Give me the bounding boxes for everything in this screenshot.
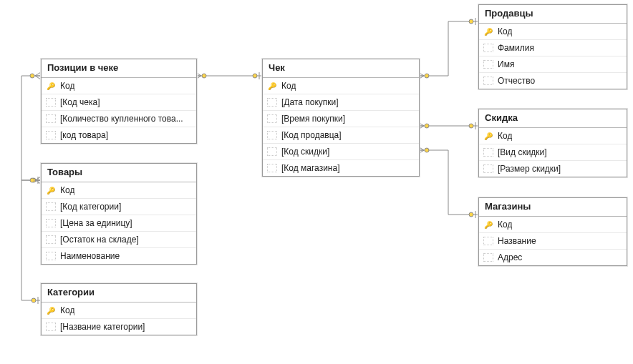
field-row[interactable]: Фамилия [479,40,627,56]
svg-point-10 [425,148,429,152]
field-icon [46,322,56,332]
field-label: [Вид скидки] [498,147,547,157]
field-icon [483,147,493,157]
entity-title[interactable]: Скидка [479,109,627,128]
field-label: [код товара] [60,130,108,140]
field-label: Код [60,81,74,91]
field-label: [Дата покупки] [281,97,339,107]
key-icon: 🔑 [46,81,56,91]
field-label: Фамилия [498,43,534,53]
field-row[interactable]: 🔑Код [42,302,196,319]
entity-sellers[interactable]: Продавцы🔑КодФамилияИмяОтчество [478,4,627,89]
field-icon [483,43,493,53]
entity-title[interactable]: Товары [42,164,196,182]
field-row[interactable]: 🔑Код [479,128,627,144]
field-label: Код [60,305,74,315]
field-row[interactable]: Адрес [479,250,627,265]
entity-receipt[interactable]: Чек🔑Код[Дата покупки][Время покупки][Код… [262,59,420,177]
field-icon [267,114,277,124]
field-row[interactable]: 🔑Код [263,78,419,94]
field-label: Код [60,185,74,195]
field-row[interactable]: [Время покупки] [263,111,419,127]
field-icon [483,76,493,86]
field-label: [Остаток на складе] [60,235,139,245]
field-icon [267,97,277,107]
field-row[interactable]: [Размер скидки] [479,161,627,177]
field-label: [Время покупки] [281,114,345,124]
field-row[interactable]: [Дата покупки] [263,94,419,111]
field-row[interactable]: [Код скидки] [263,144,419,160]
svg-point-0 [202,74,206,78]
field-label: Название [498,236,536,246]
field-icon [46,97,56,107]
svg-point-9 [469,124,473,128]
key-icon: 🔑 [483,220,493,230]
field-label: [Код скидки] [281,147,329,157]
field-icon [483,164,493,174]
field-label: [Код чека] [60,97,100,107]
key-icon: 🔑 [267,81,277,91]
field-icon [267,130,277,140]
svg-point-6 [425,74,429,78]
entity-items[interactable]: Товары🔑Код[Код категории][Цена за единиц… [41,163,197,265]
field-row[interactable]: [Цена за единицу] [42,215,196,232]
entity-title[interactable]: Категории [42,284,196,302]
field-row[interactable]: 🔑Код [42,78,196,94]
entity-stores[interactable]: Магазины🔑КодНазваниеАдрес [478,197,627,266]
field-row[interactable]: [Остаток на складе] [42,232,196,248]
entity-title[interactable]: Чек [263,59,419,78]
svg-point-11 [469,212,473,217]
field-icon [267,163,277,173]
field-row[interactable]: Отчество [479,73,627,89]
svg-point-3 [32,178,36,182]
field-label: Код [498,26,512,36]
field-row[interactable]: Имя [479,56,627,73]
svg-point-2 [30,74,34,78]
svg-point-8 [425,124,429,128]
field-icon [46,202,56,212]
entity-discount[interactable]: Скидка🔑Код[Вид скидки][Размер скидки] [478,109,627,177]
svg-point-5 [32,298,36,302]
field-label: [Код категории] [60,202,121,212]
field-icon [483,59,493,69]
field-icon [483,236,493,246]
field-label: Наименование [60,251,120,261]
field-label: [Код магазина] [281,163,340,173]
entity-title[interactable]: Продавцы [479,5,627,24]
field-label: Код [498,220,512,230]
field-label: Код [498,131,512,141]
field-row[interactable]: [Код чека] [42,94,196,111]
field-label: [Название категории] [60,322,145,332]
field-icon [46,235,56,245]
svg-point-4 [30,178,34,182]
field-row[interactable]: [Код категории] [42,199,196,215]
field-icon [483,252,493,262]
key-icon: 🔑 [46,185,56,195]
field-label: Код [281,81,296,91]
key-icon: 🔑 [483,26,493,36]
field-row[interactable]: 🔑Код [479,24,627,40]
field-row[interactable]: Название [479,233,627,250]
field-row[interactable]: [Вид скидки] [479,144,627,161]
field-row[interactable]: 🔑Код [479,217,627,233]
field-row[interactable]: [код товара] [42,127,196,143]
field-row[interactable]: [Код магазина] [263,160,419,176]
field-row[interactable]: 🔑Код [42,182,196,199]
field-icon [46,130,56,140]
field-icon [267,147,277,157]
field-label: Адрес [498,252,522,262]
field-label: [Цена за единицу] [60,218,132,228]
key-icon: 🔑 [46,305,56,315]
entity-categories[interactable]: Категории🔑Код[Название категории] [41,283,197,335]
entity-title[interactable]: Позиции в чеке [42,59,196,78]
entity-title[interactable]: Магазины [479,198,627,217]
key-icon: 🔑 [483,131,493,141]
field-row[interactable]: [Количество купленного това... [42,111,196,127]
field-label: [Количество купленного това... [60,114,183,124]
field-row[interactable]: Наименование [42,248,196,264]
field-row[interactable]: [Название категории] [42,319,196,335]
field-label: Отчество [498,76,535,86]
field-row[interactable]: [Код продавца] [263,127,419,144]
field-icon [46,218,56,228]
entity-positions[interactable]: Позиции в чеке🔑Код[Код чека][Количество … [41,59,197,144]
